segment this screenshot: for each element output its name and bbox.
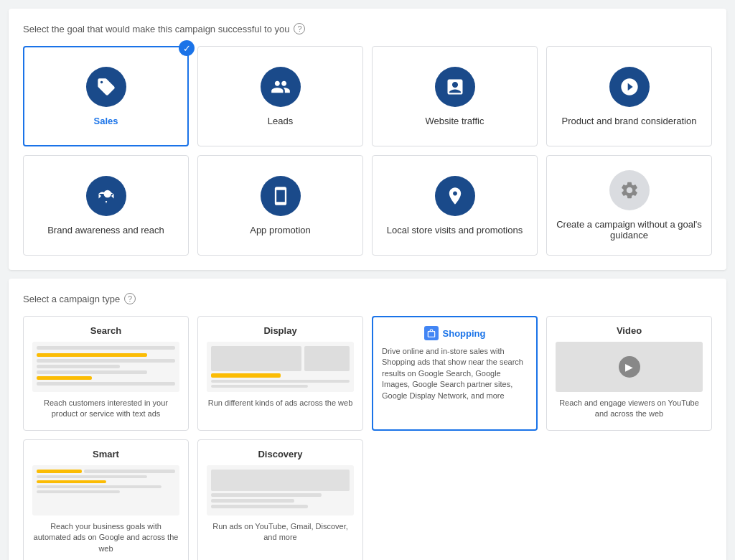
campaign-type-title-text: Select a campaign type — [23, 294, 120, 304]
goals-section: Select the goal that would make this cam… — [9, 9, 726, 270]
goals-section-title: Select the goal that would make this cam… — [23, 23, 712, 34]
smart-desc: Reach your business goals with automated… — [32, 521, 179, 554]
campaign-card-discovery[interactable]: Discovery Run ads on YouTube, Gmail, Dis… — [197, 439, 363, 560]
local-store-icon — [435, 176, 475, 216]
brand-awareness-label: Brand awareness and reach — [47, 225, 164, 235]
display-thumb — [207, 342, 354, 392]
website-traffic-label: Website traffic — [426, 116, 484, 126]
campaign-grid-row1: Search Reach customers interested in you… — [23, 316, 712, 431]
campaign-card-video[interactable]: Video ▶ Reach and engage viewers on YouT… — [546, 316, 712, 431]
website-traffic-icon — [435, 67, 475, 107]
video-desc: Reach and engage viewers on YouTube and … — [556, 398, 703, 420]
video-thumb: ▶ — [556, 342, 703, 392]
check-badge-sales: ✓ — [179, 40, 195, 56]
brand-awareness-icon — [86, 176, 126, 216]
campaign-type-title: Select a campaign type ? — [23, 293, 712, 304]
goal-card-product-brand[interactable]: Product and brand consideration — [546, 46, 712, 146]
discovery-desc: Run ads on YouTube, Gmail, Discover, and… — [207, 521, 354, 543]
goal-card-website-traffic[interactable]: Website traffic — [372, 46, 538, 146]
product-brand-icon — [609, 67, 650, 107]
goals-title-text: Select the goal that would make this cam… — [23, 24, 289, 34]
search-thumb — [32, 342, 179, 392]
video-card-title: Video — [617, 325, 642, 336]
app-promotion-icon — [261, 176, 301, 216]
goal-card-sales[interactable]: ✓ Sales — [23, 46, 189, 146]
goal-card-no-goal[interactable]: Create a campaign without a goal's guida… — [546, 155, 712, 256]
goals-help-icon[interactable]: ? — [294, 23, 305, 34]
discovery-thumb — [207, 465, 354, 515]
no-goal-label: Create a campaign without a goal's guida… — [556, 219, 703, 241]
product-brand-label: Product and brand consideration — [562, 116, 697, 126]
smart-card-title: Smart — [93, 449, 119, 459]
search-card-title: Search — [90, 325, 121, 336]
campaign-card-display[interactable]: Display Run different kinds of ads acros… — [197, 316, 363, 431]
shopping-bag-icon — [424, 326, 439, 340]
sales-icon — [86, 67, 126, 107]
campaign-grid-row2: Smart Reach your business goals with aut… — [23, 439, 712, 560]
display-card-title: Display — [263, 325, 296, 336]
shopping-title-row: Shopping — [424, 326, 486, 340]
goal-card-app-promotion[interactable]: App promotion — [197, 155, 363, 256]
local-store-label: Local store visits and promotions — [387, 225, 523, 235]
leads-icon — [261, 67, 301, 107]
app-promotion-label: App promotion — [250, 225, 311, 235]
campaign-card-shopping[interactable]: Shopping Drive online and in-store sales… — [372, 316, 538, 431]
goal-card-leads[interactable]: Leads — [197, 46, 363, 146]
campaign-type-help-icon[interactable]: ? — [124, 293, 136, 304]
no-goal-icon — [609, 170, 650, 210]
search-desc: Reach customers interested in your produ… — [32, 398, 179, 420]
smart-thumb — [32, 465, 179, 515]
display-desc: Run different kinds of ads across the we… — [208, 398, 353, 409]
goal-card-local-store[interactable]: Local store visits and promotions — [372, 155, 538, 256]
shopping-desc: Drive online and in-store sales with Sho… — [382, 346, 528, 401]
shopping-card-title: Shopping — [443, 328, 486, 339]
leads-label: Leads — [268, 116, 293, 126]
sales-label: Sales — [94, 116, 118, 126]
goal-card-brand-awareness[interactable]: Brand awareness and reach — [23, 155, 189, 256]
campaign-type-section: Select a campaign type ? Search Reach cu… — [9, 279, 726, 560]
campaign-card-search[interactable]: Search Reach customers interested in you… — [23, 316, 189, 431]
campaign-card-smart[interactable]: Smart Reach your business goals with aut… — [23, 439, 189, 560]
discovery-card-title: Discovery — [258, 449, 302, 459]
goals-grid: ✓ Sales Leads Website — [23, 46, 712, 256]
